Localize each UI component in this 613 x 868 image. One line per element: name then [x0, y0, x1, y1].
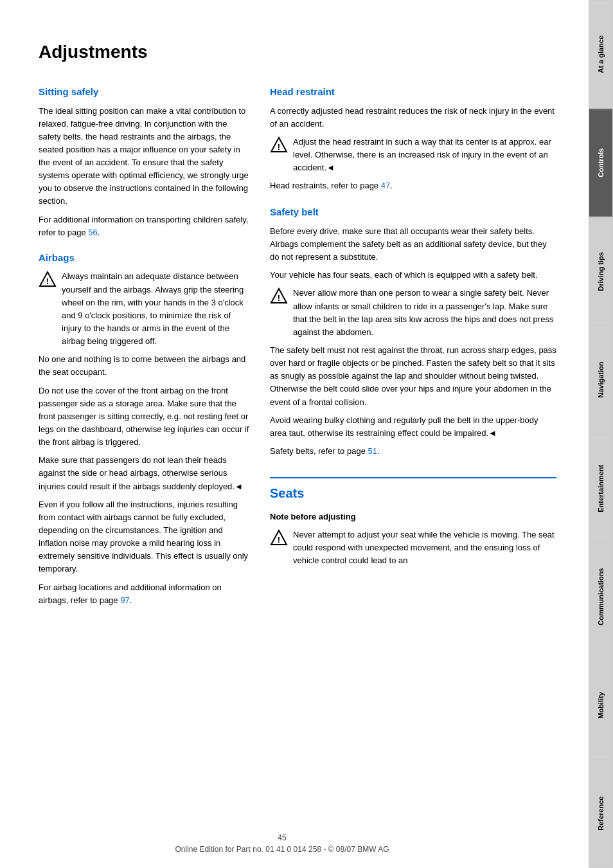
sidebar-tab-navigation[interactable]: Navigation: [589, 325, 613, 434]
warning-icon-1: !: [39, 270, 57, 288]
safety-belt-ref: Safety belts, refer to page 51.: [270, 445, 556, 458]
children-ref: For additional information on transporti…: [39, 213, 251, 239]
sidebar-tab-communications[interactable]: Communications: [589, 543, 613, 651]
head-restraint-para1: A correctly adjusted head restraint redu…: [270, 105, 556, 131]
airbags-para3: Make sure that passengers do not lean th…: [39, 454, 251, 493]
airbags-heading: Airbags: [39, 251, 251, 266]
footer-text: Online Edition for Part no. 01 41 0 014 …: [175, 845, 389, 854]
airbags-warning1: ! Always maintain an adequate distance b…: [39, 270, 251, 348]
safety-belt-para3: The safety belt must not rest against th…: [270, 344, 556, 409]
svg-text:!: !: [278, 142, 280, 152]
safety-belt-heading: Safety belt: [270, 205, 556, 220]
safety-belt-page-link[interactable]: 51: [368, 446, 377, 456]
sitting-safely-heading: Sitting safely: [39, 85, 251, 100]
sidebar-right: At a glance Controls Driving tips Naviga…: [589, 0, 613, 868]
left-column: Sitting safely The ideal sitting positio…: [39, 85, 251, 612]
safety-belt-para2: Your vehicle has four seats, each of whi…: [270, 269, 556, 282]
warning-icon-3: !: [270, 287, 288, 305]
two-col-layout: Sitting safely The ideal sitting positio…: [39, 85, 556, 612]
safety-belt-warning: ! Never allow more than one person to we…: [270, 287, 556, 339]
page-wrapper: Adjustments Sitting safely The ideal sit…: [0, 0, 613, 868]
airbags-ref: For airbag locations and additional info…: [39, 581, 251, 607]
warning-icon-4: !: [270, 529, 288, 547]
children-page-link[interactable]: 56: [88, 228, 97, 237]
main-content: Adjustments Sitting safely The ideal sit…: [0, 0, 589, 868]
svg-text:!: !: [46, 276, 49, 286]
airbags-para4: Even if you follow all the instructions,…: [39, 498, 251, 576]
head-restraint-page-link[interactable]: 47: [381, 181, 390, 190]
seats-heading: Seats: [270, 477, 556, 503]
svg-text:!: !: [278, 535, 280, 545]
svg-text:!: !: [278, 293, 280, 303]
sitting-safely-intro: The ideal sitting position can make a vi…: [39, 105, 251, 208]
note-before-adjusting-heading: Note before adjusting: [270, 511, 556, 523]
sidebar-tab-at-glance[interactable]: At a glance: [589, 0, 613, 109]
sidebar-tab-controls[interactable]: Controls: [589, 109, 613, 217]
page-title: Adjustments: [39, 39, 556, 66]
airbags-para2: Do not use the cover of the front airbag…: [39, 384, 251, 449]
head-restraint-heading: Head restraint: [270, 85, 556, 100]
airbags-para1: No one and nothing is to come between th…: [39, 353, 251, 379]
right-column: Head restraint A correctly adjusted head…: [270, 85, 556, 612]
footer: 45 Online Edition for Part no. 01 41 0 0…: [0, 832, 564, 855]
sidebar-tab-mobility[interactable]: Mobility: [589, 651, 613, 760]
safety-belt-para1: Before every drive, make sure that all o…: [270, 225, 556, 264]
sidebar-tab-entertainment[interactable]: Entertainment: [589, 434, 613, 543]
sidebar-tab-reference[interactable]: Reference: [589, 759, 613, 868]
seats-section: Seats Note before adjusting ! Never atte…: [270, 477, 556, 567]
warning-icon-2: !: [270, 136, 288, 154]
head-restraint-ref: Head restraints, refer to page 47.: [270, 179, 556, 192]
safety-belt-para4: Avoid wearing bulky clothing and regular…: [270, 414, 556, 440]
page-number: 45: [278, 833, 286, 842]
airbags-page-link[interactable]: 97: [120, 595, 129, 605]
sidebar-tab-driving[interactable]: Driving tips: [589, 217, 613, 326]
seats-warning: ! Never attempt to adjust your seat whil…: [270, 529, 556, 567]
head-restraint-warning: ! Adjust the head restraint in such a wa…: [270, 136, 556, 174]
